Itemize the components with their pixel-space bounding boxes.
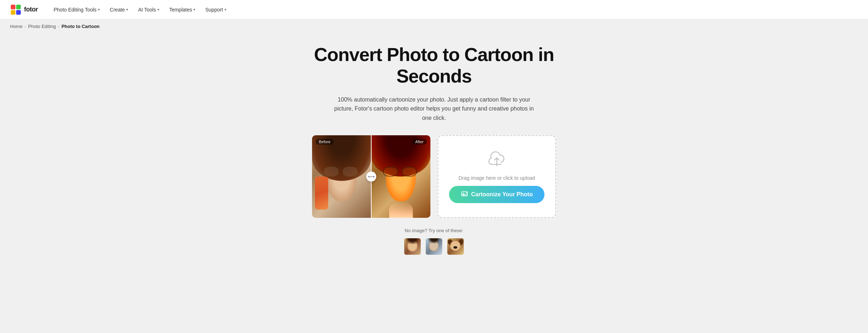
- sample-thumb-3-img: [447, 238, 464, 255]
- nav-label-support: Support: [205, 7, 223, 13]
- photo-before: [312, 135, 371, 218]
- nav-label-photo-editing-tools: Photo Editing Tools: [53, 7, 96, 13]
- logo[interactable]: fotor: [10, 4, 38, 15]
- before-badge: Before: [316, 139, 334, 145]
- tool-area: ⟷ Before After: [280, 135, 588, 218]
- divider-handle[interactable]: ⟷: [366, 172, 376, 182]
- sample-thumb-1[interactable]: [404, 238, 421, 255]
- chevron-down-icon: ▾: [98, 8, 100, 11]
- breadcrumb-sep-1: ›: [25, 24, 26, 29]
- cartoonize-button[interactable]: Cartoonize Your Photo: [449, 186, 544, 203]
- upload-box[interactable]: Drag image here or click to upload Carto…: [438, 135, 556, 218]
- breadcrumb-section[interactable]: Photo Editing: [28, 24, 56, 29]
- upload-drag-text: Drag image here or click to upload: [458, 175, 535, 181]
- svg-rect-2: [11, 10, 15, 15]
- navbar: fotor Photo Editing Tools ▾ Create ▾ AI …: [0, 0, 868, 19]
- svg-rect-3: [16, 10, 21, 15]
- nav-item-support[interactable]: Support ▾: [201, 5, 230, 15]
- nav-item-photo-editing-tools[interactable]: Photo Editing Tools ▾: [49, 5, 104, 15]
- before-after-inner: ⟷ Before After: [312, 135, 430, 218]
- photo-after: [371, 135, 430, 218]
- breadcrumb-current: Photo to Cartoon: [61, 24, 99, 29]
- logo-text: fotor: [24, 6, 38, 13]
- svg-rect-0: [11, 5, 15, 9]
- breadcrumb: Home › Photo Editing › Photo to Cartoon: [0, 19, 868, 33]
- sample-thumb-2-img: [426, 238, 442, 255]
- page-subtitle: 100% automatically cartoonize your photo…: [334, 95, 534, 123]
- sample-thumb-2[interactable]: [425, 238, 443, 255]
- svg-rect-1: [16, 5, 21, 9]
- before-after-container: ⟷ Before After: [312, 135, 430, 218]
- page-title: Convert Photo to Cartoon in Seconds: [280, 44, 588, 87]
- sample-section: No image? Try one of these:: [280, 228, 588, 255]
- nav-label-ai-tools: AI Tools: [138, 7, 156, 13]
- chevron-down-icon: ▾: [157, 8, 159, 11]
- sample-thumb-1-img: [404, 238, 421, 255]
- sample-thumb-3[interactable]: [447, 238, 464, 255]
- chevron-down-icon: ▾: [193, 8, 195, 11]
- after-badge: After: [412, 139, 427, 145]
- cartoonize-button-label: Cartoonize Your Photo: [471, 191, 533, 198]
- logo-icon: [10, 4, 22, 15]
- breadcrumb-sep-2: ›: [58, 24, 60, 29]
- nav-item-create[interactable]: Create ▾: [105, 5, 132, 15]
- sample-label: No image? Try one of these:: [280, 228, 588, 233]
- nav-items: Photo Editing Tools ▾ Create ▾ AI Tools …: [49, 5, 858, 15]
- sample-images: [280, 238, 588, 255]
- nav-label-create: Create: [110, 7, 125, 13]
- chevron-down-icon: ▾: [225, 8, 226, 11]
- cloud-upload-icon: [487, 150, 506, 169]
- nav-label-templates: Templates: [169, 7, 192, 13]
- nav-item-ai-tools[interactable]: AI Tools ▾: [134, 5, 164, 15]
- nav-item-templates[interactable]: Templates ▾: [165, 5, 200, 15]
- main-content: Convert Photo to Cartoon in Seconds 100%…: [273, 33, 595, 277]
- chevron-down-icon: ▾: [126, 8, 128, 11]
- cartoonize-icon: [461, 191, 468, 198]
- breadcrumb-home[interactable]: Home: [10, 24, 23, 29]
- upload-icon: [487, 150, 506, 170]
